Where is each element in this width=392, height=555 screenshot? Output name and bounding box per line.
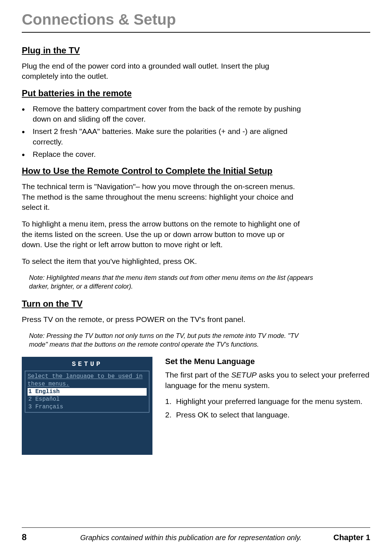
- text-menu-language-intro: The first part of the SETUP asks you to …: [165, 370, 370, 391]
- heading-batteries: Put batteries in the remote: [22, 88, 370, 98]
- heading-remote-setup: How to Use the Remote Control to Complet…: [22, 166, 370, 176]
- batteries-list: Remove the battery compartment cover fro…: [22, 104, 305, 160]
- chapter-label: Chapter 1: [334, 533, 370, 542]
- setup-option-espanol: 2 Español: [28, 396, 147, 403]
- note-highlighted: Note: Highlighted means that the menu it…: [29, 273, 316, 291]
- list-item: 2.Press OK to select that language.: [165, 409, 370, 420]
- setup-option-english: 1 English: [28, 388, 147, 396]
- note-tv-mode: Note: Pressing the TV button not only tu…: [29, 331, 316, 349]
- text-plug-in-tv: Plug the end of the power cord into a gr…: [22, 61, 305, 82]
- text-navigation-intro: The technical term is "Navigation"– how …: [22, 181, 305, 212]
- menu-language-steps: 1.Highlight your preferred language for …: [165, 396, 370, 420]
- text-highlight-instructions: To highlight a menu item, press the arro…: [22, 219, 305, 250]
- setup-instruction: Select the language to be used in these …: [28, 373, 147, 388]
- footer-caption: Graphics contained within this publicati…: [48, 534, 333, 542]
- setup-screen-inner: Select the language to be used in these …: [25, 371, 150, 413]
- list-item: Remove the battery compartment cover fro…: [22, 104, 305, 125]
- setup-screen-title: SETUP: [22, 357, 152, 371]
- page-title: Connections & Setup: [22, 11, 370, 33]
- setup-screen-preview: SETUP Select the language to be used in …: [22, 357, 152, 455]
- heading-plug-in-tv: Plug in the TV: [22, 45, 370, 56]
- setup-option-francais: 3 Français: [28, 403, 147, 411]
- heading-menu-language: Set the Menu Language: [165, 357, 370, 366]
- list-item: Replace the cover.: [22, 149, 305, 159]
- text-select-instructions: To select the item that you've highlight…: [22, 256, 305, 266]
- list-item: Insert 2 fresh "AAA" batteries. Make sur…: [22, 126, 305, 147]
- list-item: 1.Highlight your preferred language for …: [165, 396, 370, 407]
- page-number: 8: [22, 532, 26, 542]
- text-turn-on: Press TV on the remote, or press POWER o…: [22, 314, 305, 325]
- heading-turn-on-tv: Turn on the TV: [22, 299, 370, 309]
- page-footer: 8 Graphics contained within this publica…: [22, 527, 370, 542]
